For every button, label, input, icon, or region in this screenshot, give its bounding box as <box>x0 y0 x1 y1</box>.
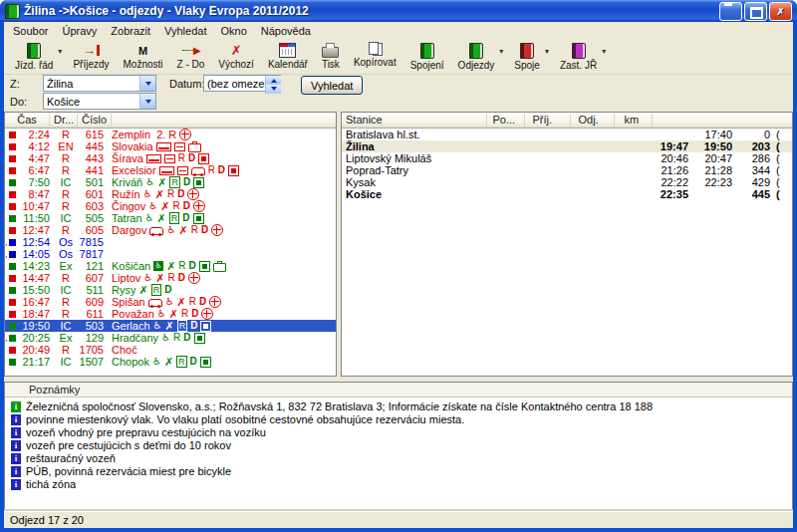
train-row-cingov[interactable]: 10:47R603Čingov <box>5 200 336 212</box>
column-header-cislo[interactable]: Číslo <box>78 114 112 127</box>
copy-icon <box>373 43 383 56</box>
menu-zobrazit[interactable]: Zobrazit <box>104 23 157 39</box>
reservation-r-icon <box>167 189 174 199</box>
combo-dropdown-icon[interactable] <box>139 76 155 91</box>
train-row-povazan[interactable]: 18:47R611Považan <box>5 308 336 320</box>
stations-header: StanicePo...Příj.Odj.km <box>342 113 792 129</box>
column-header-dr[interactable]: Dr... <box>50 114 78 127</box>
station-row-bratislava-hl-st[interactable]: Bratislava hl.st.17:400( <box>342 129 792 140</box>
timetable-book-icon <box>27 43 41 59</box>
sleeper-icon <box>156 142 171 151</box>
combo-dropdown-icon[interactable] <box>139 94 155 109</box>
toolbar-button-spoje[interactable]: Spoje <box>507 41 547 73</box>
column-header-po[interactable]: Po... <box>487 114 525 127</box>
wheelchair-icon <box>148 201 157 211</box>
restaurant-icon <box>138 285 147 295</box>
train-row-7815[interactable]: ,12:54Os7815 <box>5 236 336 248</box>
restaurant-icon <box>177 297 186 307</box>
train-row-slovakia[interactable]: 4:12EN445Slovakia <box>5 140 336 152</box>
station-row-kysak[interactable]: Kysak22:2222:23429( <box>342 176 792 188</box>
close-button[interactable] <box>769 2 792 21</box>
train-row-sirava[interactable]: 4:47R443Šírava <box>5 152 336 164</box>
row-marker-icon <box>9 323 16 330</box>
reservation-r-icon <box>173 333 180 343</box>
train-row-krivan[interactable]: 7:50IC501Kriváň <box>5 176 336 188</box>
toolbar-button-kopirovat[interactable]: Kopírovat <box>347 41 403 70</box>
window-controls <box>719 2 792 21</box>
wheelchair-icon <box>157 309 166 319</box>
children-d-icon <box>188 153 195 163</box>
reservation-r-boxed-icon <box>169 212 180 224</box>
train-row-kosican[interactable]: 14:23Ex121Košičan <box>5 260 336 272</box>
options-m-icon <box>138 43 147 58</box>
train-row-7817[interactable]: ,14:05Os7817 <box>5 248 336 260</box>
train-row-gerlach[interactable]: 19:50IC503Gerlach <box>5 320 336 332</box>
phone-circle-icon <box>179 129 191 140</box>
title-bar: Žilina ->Košice - odjezdy - Vlaky Evropa… <box>0 0 797 22</box>
reservation-r-icon <box>178 153 185 163</box>
from-combobox[interactable]: Žilina <box>43 75 156 92</box>
row-marker-icon <box>9 239 16 246</box>
dropdown-arrow-icon[interactable]: ▾ <box>58 47 62 56</box>
station-row-kosice[interactable]: Košice22:35445( <box>342 188 792 200</box>
spinner-down-icon[interactable] <box>265 85 281 94</box>
toolbar-button-vychozi[interactable]: Výchozí <box>211 41 261 72</box>
train-row-spisan[interactable]: 16:47R609Spišan <box>5 296 336 308</box>
train-row-chopok[interactable]: 21:17IC1507Chopok <box>5 356 336 368</box>
toolbar-button-prijezdy[interactable]: Příjezdy <box>66 41 116 72</box>
toolbar-button-moznosti[interactable]: Možnosti <box>117 41 170 72</box>
column-header-stanice[interactable]: Stanice <box>342 114 487 127</box>
note-item: iPÚB, povinná rezervácia miest pre bicyk… <box>11 465 792 477</box>
date-spinner[interactable]: (bez omezení) <box>203 75 281 92</box>
maximize-button[interactable] <box>744 2 767 21</box>
search-button[interactable]: Vyhledat <box>301 76 363 95</box>
station-row-liptovsky-mikulas[interactable]: Liptovský Mikuláš20:4620:47286( <box>342 152 792 164</box>
toolbar-button-odjezdy[interactable]: Odjezdy <box>451 41 502 73</box>
routes-book-icon <box>520 43 534 59</box>
restaurant-icon <box>155 273 164 283</box>
toolbar-button-z-do[interactable]: Z - Do <box>170 41 212 72</box>
minimize-button[interactable] <box>719 2 742 21</box>
reservation-r-boxed-icon <box>177 320 188 332</box>
toolbar-button-zast-jr[interactable]: Zast. JŘ <box>553 41 604 73</box>
menu-upravy[interactable]: Úpravy <box>55 23 104 39</box>
row-marker-icon <box>9 359 16 366</box>
column-header-cas[interactable]: Čas <box>5 114 50 127</box>
row-marker-icon <box>9 311 16 318</box>
row-marker-icon <box>9 227 16 234</box>
dropdown-arrow-icon[interactable]: ▾ <box>602 47 606 56</box>
menu-soubor[interactable]: Soubor <box>6 23 55 39</box>
reservation-r-icon <box>181 309 188 319</box>
couchette-icon <box>164 154 175 163</box>
quiet-box-icon <box>193 213 204 224</box>
column-header-odj[interactable]: Odj. <box>571 114 615 127</box>
train-row-tatran[interactable]: 11:50IC505Tatran <box>5 212 336 224</box>
dropdown-arrow-icon[interactable]: ▾ <box>545 47 549 56</box>
column-header-km[interactable]: km <box>615 114 653 127</box>
dropdown-arrow-icon[interactable]: ▾ <box>499 47 503 56</box>
quiet-box-icon <box>200 357 211 368</box>
toolbar-button-kalendar[interactable]: Kalendář <box>261 41 315 72</box>
toolbar-button-tisk[interactable]: Tisk <box>315 41 347 72</box>
column-header-prij[interactable]: Příj. <box>525 114 571 127</box>
train-row-hradcany[interactable]: ,20:25Ex129Hradčany <box>5 332 336 344</box>
train-row-zemplin[interactable]: 2:24R615Zemplin2. R <box>5 129 336 140</box>
train-row-rysy[interactable]: 15:50IC511Rysy <box>5 284 336 296</box>
train-row-choc[interactable]: 20:49R1705Choč <box>5 344 336 356</box>
spinner-up-icon[interactable] <box>265 76 281 85</box>
toolbar-button-jizd-rad[interactable]: Jízd. řád <box>8 41 60 73</box>
menu-okno[interactable]: Okno <box>213 23 253 39</box>
train-row-excelsior[interactable]: 6:47R441Excelsior <box>5 164 336 176</box>
train-row-ruzin[interactable]: 8:47R601Ružín <box>5 188 336 200</box>
menu-napoveda[interactable]: Nápověda <box>254 23 318 39</box>
suitcase-icon <box>213 263 226 272</box>
menu-vyhledat[interactable]: Vyhledat <box>157 23 213 39</box>
station-row-poprad-tatry[interactable]: Poprad-Tatry21:2621:28344( <box>342 164 792 176</box>
train-row-liptov[interactable]: 14:47R607Liptov <box>5 272 336 284</box>
app-icon <box>5 4 20 19</box>
station-row-zilina[interactable]: Žilina19:4719:50203( <box>342 140 792 152</box>
toolbar-button-spojeni[interactable]: Spojení <box>403 41 451 73</box>
train-row-dargov[interactable]: 12:47R605Dargov <box>5 224 336 236</box>
to-combobox[interactable]: Košice <box>43 93 156 110</box>
info-blue-icon: i <box>11 479 21 490</box>
